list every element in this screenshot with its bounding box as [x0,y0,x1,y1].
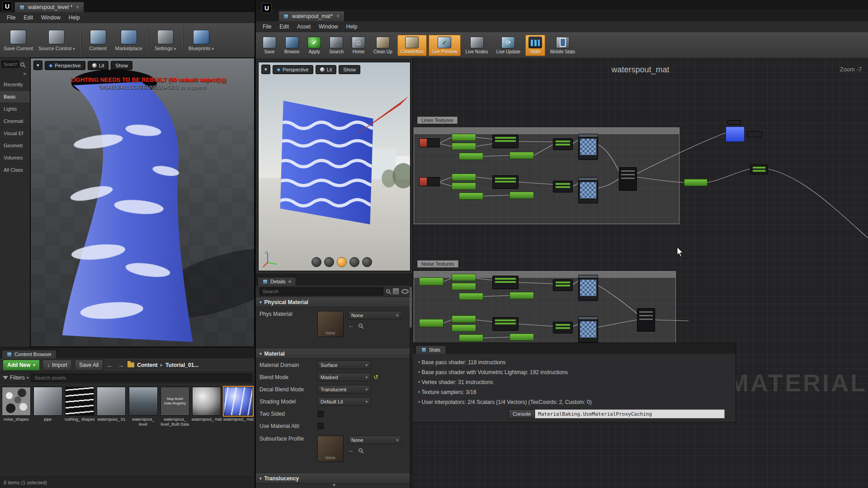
toolbar-button-apply[interactable]: ✓Apply [304,35,324,56]
details-combo-decal-blend-mode[interactable]: Translucent▾ [317,385,371,394]
material-preview-viewport[interactable]: ▾ ◆Perspective Lit Show Z [258,62,410,271]
toolbar-button-source-control[interactable]: Source Control▾ [38,30,75,51]
graph-node-dark[interactable] [553,138,573,150]
toolbar-button-blueprints[interactable]: Blueprints▾ [189,30,214,51]
section-material[interactable]: ▾ Material [256,349,412,359]
viewport-options-button[interactable]: ▾ [33,61,42,70]
graph-node-green[interactable] [459,153,483,160]
graph-node-small[interactable] [747,131,762,137]
asset-tile[interactable]: waterspout_ mat [223,387,254,474]
toolbar-button-browse[interactable]: Browse [281,35,302,56]
use-selected-asset-icon[interactable]: ← [348,447,354,454]
menu-item-file[interactable]: File [259,22,275,31]
level-viewport[interactable]: ▾ ◆Perspective Lit Show LIGHTING NEEDS T… [30,58,255,347]
reset-to-default-icon[interactable]: ↺ [373,374,378,380]
modes-item-volumes[interactable]: Volumes [0,152,30,164]
close-icon[interactable]: × [288,279,291,284]
visibility-eye-icon[interactable] [401,289,409,294]
graph-node-green[interactable] [684,179,708,186]
show-button[interactable]: Show [339,65,360,74]
graph-node-green[interactable] [459,192,483,200]
console-input[interactable] [535,409,725,418]
asset-tile[interactable]: waterspout_ level [128,387,158,474]
section-translucency[interactable]: ▾ Translucency [256,474,412,483]
asset-tile[interactable]: waterspout_ 01 [96,387,127,474]
menu-item-file[interactable]: File [3,13,19,22]
asset-tile[interactable]: Map Build Data Registrywaterspout_ level… [160,387,190,474]
toolbar-button-live-preview[interactable]: ✓Live Preview [429,35,461,56]
details-combo-shading-model[interactable]: Default Lit▾ [317,397,371,406]
filters-button[interactable]: Filters ▾ [3,375,28,381]
menu-item-edit[interactable]: Edit [19,13,37,22]
preview-mesh-button[interactable] [362,257,372,267]
subsurface-profile-thumbnail[interactable]: None [317,436,344,462]
graph-node-tex[interactable] [578,134,598,160]
graph-node-green[interactable] [452,183,476,190]
perspective-button[interactable]: ◆Perspective [273,65,313,74]
graph-node-lerp[interactable] [619,167,637,191]
toolbar-button-stats[interactable]: Stats [525,35,545,56]
toolbar-button-save-current[interactable]: Save Current [4,30,33,51]
preview-sphere-button[interactable] [324,257,334,267]
toolbar-button-search[interactable]: Search [326,35,347,56]
graph-node-dark[interactable] [492,317,519,331]
asset-tile[interactable]: waterspout_ mat [192,387,222,474]
graph-node-green[interactable] [509,192,534,199]
back-arrow-icon[interactable]: ← [106,361,114,369]
add-new-button[interactable]: Add New ▾ [3,360,40,371]
save-all-button[interactable]: Save All [75,360,103,371]
graph-node-green[interactable] [452,174,476,181]
menu-item-asset[interactable]: Asset [293,22,315,31]
details-combo-material-domain[interactable]: Surface▾ [317,361,371,369]
graph-node-tex[interactable] [578,177,598,203]
scroll-down-arrow-icon[interactable]: ▼ [332,483,336,488]
graph-node-dark[interactable] [553,181,573,192]
details-scrollbar[interactable] [410,286,412,488]
graph-node-green[interactable] [459,334,483,342]
modes-search-input[interactable] [2,61,19,68]
phys-material-combo[interactable]: None ▾ [348,311,401,319]
toolbar-button-live-update[interactable]: ⟳Live Update [493,35,524,56]
checkbox-use-material-attr[interactable] [317,423,324,429]
graph-node-green[interactable] [452,324,476,332]
stats-tab[interactable]: Stats [415,345,446,354]
material-tab[interactable]: waterspout_mat* × [278,11,344,21]
graph-node-dark[interactable] [492,135,519,148]
graph-node-red[interactable] [419,177,440,186]
graph-node-red[interactable] [419,138,440,147]
graph-node-green[interactable] [452,134,476,141]
menu-item-help[interactable]: Help [65,13,84,22]
graph-node-tex[interactable] [578,275,598,301]
graph-node-dark[interactable] [750,164,768,174]
toolbar-button-home[interactable]: ⌂Home [349,35,368,56]
breadcrumb-item-tutorial-01[interactable]: Tutorial_01... [165,362,198,368]
graph-node-dark[interactable] [553,322,573,333]
grid-view-icon[interactable] [393,288,399,294]
preview-cylinder-button[interactable] [311,257,321,267]
lit-button[interactable]: Lit [88,61,109,70]
graph-node-green[interactable] [509,292,534,299]
perspective-button[interactable]: ◆Perspective [45,61,85,70]
preview-plane-button[interactable] [337,257,347,267]
menu-item-help[interactable]: Help [342,22,362,31]
level-tab[interactable]: waterspout_level * × [14,2,84,12]
asset-tile[interactable]: noise_shapes [1,387,31,474]
graph-node-tex[interactable] [578,316,598,343]
menu-item-window[interactable]: Window [37,13,65,22]
modes-item-all-class[interactable]: All Class [0,164,30,176]
modes-item-visual-ef[interactable]: Visual Ef [0,127,30,140]
graph-node-dark[interactable] [553,279,573,291]
modes-item-basic[interactable]: Basic [0,91,30,103]
toolbar-button-clean-up[interactable]: Clean Up [370,35,396,56]
modes-item-geometr[interactable]: Geometr [0,140,30,152]
graph-node-blue[interactable] [726,127,745,142]
toolbar-button-live-nodes[interactable]: Live Nodes [462,35,491,56]
asset-tile[interactable]: rushing_ shapes [65,387,95,474]
asset-search-input[interactable] [31,374,252,382]
toolbar-button-save[interactable]: Save [259,35,279,56]
expand-chevrons-icon[interactable]: » [0,70,30,79]
menu-item-window[interactable]: Window [315,22,342,31]
graph-node-small[interactable] [727,120,741,125]
import-button[interactable]: ↓ Import [42,360,72,371]
phys-material-thumbnail[interactable]: None [317,311,344,337]
